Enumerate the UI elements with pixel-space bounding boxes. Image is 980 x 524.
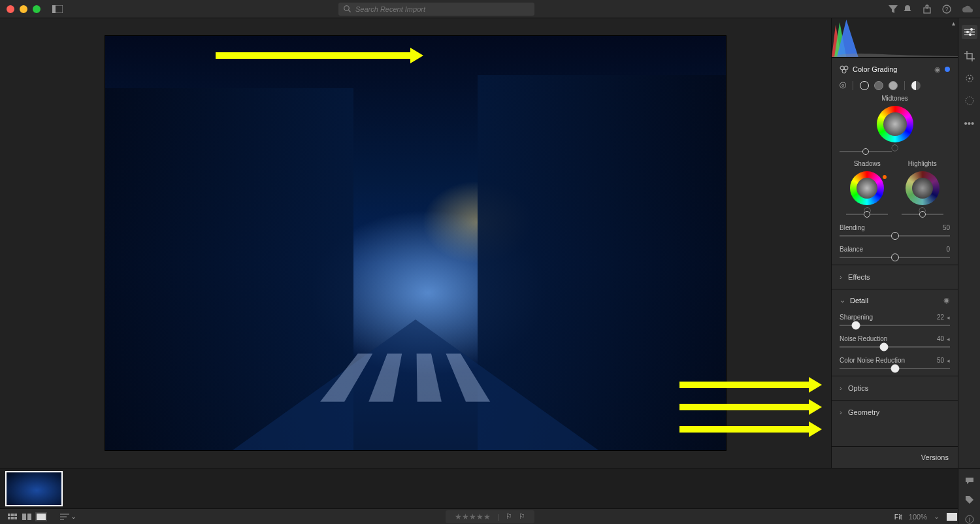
activity-rail: i	[958, 469, 980, 524]
zoom-menu-icon[interactable]: ⌄	[934, 512, 939, 521]
color-noise-value: 50	[937, 357, 944, 364]
geometry-panel-header[interactable]: › Geometry	[832, 400, 958, 424]
shadows-target[interactable]	[860, 81, 869, 90]
visibility-toggle-icon[interactable]: ◉	[934, 65, 941, 74]
search-icon	[344, 5, 351, 13]
annotation-arrow	[679, 404, 810, 410]
blending-value: 50	[943, 224, 950, 231]
cloud-sync-icon[interactable]	[962, 5, 973, 14]
balance-label: Balance	[840, 246, 863, 253]
brush-mask-icon[interactable]	[964, 95, 975, 106]
midtones-label: Midtones	[840, 95, 950, 102]
color-grading-panel: Color Grading ◉ ⦾ Midtones ◯ Shadows	[832, 57, 958, 265]
search-input[interactable]	[355, 5, 529, 13]
edited-photo	[105, 35, 727, 451]
blending-slider[interactable]	[840, 235, 950, 237]
midtones-luminance-slider[interactable]	[840, 151, 892, 152]
crop-icon[interactable]	[964, 51, 975, 61]
fit-button[interactable]: Fit	[894, 513, 902, 521]
svg-rect-23	[8, 517, 10, 519]
sharpening-slider[interactable]	[840, 325, 950, 326]
image-canvas[interactable]	[0, 18, 831, 468]
expand-icon[interactable]: ◂	[947, 357, 950, 364]
comments-icon[interactable]	[965, 477, 974, 485]
sort-icon[interactable]: ⌄	[60, 512, 76, 521]
svg-point-19	[966, 97, 973, 105]
edit-panel: ▴ Color Grading ◉ ⦾	[831, 18, 958, 468]
flag-pick-icon[interactable]: ⚐	[506, 512, 512, 521]
expand-icon[interactable]: ◂	[947, 336, 950, 342]
star-rating[interactable]: ★★★★★	[455, 512, 491, 521]
panel-title: Detail	[850, 297, 868, 304]
search-bar[interactable]	[338, 3, 534, 16]
tag-icon[interactable]	[965, 495, 974, 504]
svg-rect-22	[14, 514, 17, 516]
window-close-button[interactable]	[7, 5, 14, 13]
svg-point-10	[842, 69, 846, 73]
optics-panel-header[interactable]: › Optics	[832, 376, 958, 400]
highlights-color-wheel[interactable]	[906, 171, 939, 205]
chevron-right-icon: ›	[840, 408, 846, 416]
window-fullscreen-button[interactable]	[33, 5, 41, 13]
shadows-luminance-slider[interactable]	[846, 214, 888, 215]
highlights-luminance-slider[interactable]	[902, 214, 943, 215]
flag-reject-icon[interactable]: ⚐	[519, 512, 525, 521]
panel-title: Geometry	[848, 408, 879, 416]
effects-panel-header[interactable]: › Effects	[832, 265, 958, 289]
highlights-target[interactable]	[889, 81, 898, 90]
healing-brush-icon[interactable]	[964, 73, 975, 84]
share-icon[interactable]	[923, 5, 932, 14]
svg-rect-25	[14, 517, 17, 519]
chevron-right-icon: ›	[840, 384, 846, 392]
detail-header[interactable]: ⌄ Detail ◉	[840, 296, 950, 304]
color-grading-header[interactable]: Color Grading ◉	[840, 65, 950, 74]
three-way-icon[interactable]: ⦾	[840, 80, 846, 91]
edited-indicator-icon	[945, 67, 950, 72]
versions-button[interactable]: Versions	[832, 446, 958, 468]
compare-single-icon[interactable]	[946, 512, 958, 521]
thumbnail[interactable]	[5, 471, 63, 506]
tool-rail: •••	[958, 18, 980, 468]
svg-rect-21	[11, 514, 14, 516]
help-icon[interactable]: ?	[942, 5, 951, 14]
notifications-icon[interactable]	[903, 5, 912, 14]
chevron-down-icon: ⌄	[840, 296, 846, 304]
midtones-color-wheel[interactable]	[877, 106, 913, 142]
global-target[interactable]	[911, 81, 921, 90]
panel-title: Effects	[848, 273, 870, 281]
color-noise-slider[interactable]	[840, 368, 950, 369]
grid-small-icon[interactable]	[7, 512, 18, 521]
visibility-toggle-icon[interactable]: ◉	[943, 296, 950, 304]
window-minimize-button[interactable]	[20, 5, 27, 13]
noise-reduction-slider[interactable]	[840, 346, 950, 348]
histogram-collapse-icon[interactable]: ▴	[952, 20, 955, 27]
divider: |	[497, 513, 499, 521]
midtones-target[interactable]	[874, 81, 883, 90]
top-right-actions: ?	[903, 5, 973, 14]
more-icon[interactable]: •••	[964, 118, 975, 129]
svg-rect-26	[22, 514, 26, 520]
shadows-color-wheel[interactable]	[850, 171, 884, 205]
info-icon[interactable]: i	[965, 515, 974, 524]
expand-icon[interactable]: ◂	[947, 314, 950, 321]
histogram[interactable]: ▴	[832, 18, 958, 57]
svg-rect-28	[37, 514, 46, 520]
svg-text:?: ?	[945, 6, 948, 12]
grid-large-icon[interactable]	[21, 512, 33, 521]
svg-point-18	[968, 78, 970, 80]
shadows-label: Shadows	[854, 160, 881, 167]
balance-slider[interactable]	[840, 257, 950, 258]
svg-point-15	[966, 31, 969, 33]
single-view-icon[interactable]	[35, 512, 47, 521]
eye-icon[interactable]: ◯	[891, 144, 898, 151]
rating-bar: ★★★★★ | ⚐ ⚐	[446, 510, 534, 523]
sharpening-label: Sharpening	[840, 314, 873, 321]
color-noise-label: Color Noise Reduction	[840, 357, 905, 364]
filter-icon[interactable]	[889, 5, 898, 13]
svg-text:i: i	[968, 516, 970, 523]
zoom-level[interactable]: 100%	[909, 513, 927, 521]
edit-sliders-icon[interactable]	[962, 25, 977, 39]
highlights-label: Highlights	[908, 160, 937, 167]
left-panel-toggle-icon[interactable]	[52, 5, 63, 13]
svg-point-14	[970, 28, 973, 31]
